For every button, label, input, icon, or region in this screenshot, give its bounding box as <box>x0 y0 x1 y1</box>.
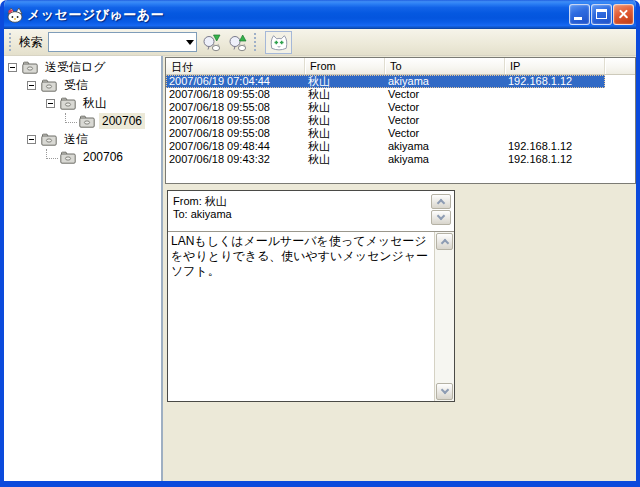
table-cell: akiyama <box>385 75 505 88</box>
message-list: 日付FromToIP 2007/06/19 07:04:44秋山akiyama1… <box>165 57 636 184</box>
main-content: 送受信ログ受信秋山200706送信200706 日付FromToIP 2007/… <box>4 56 636 481</box>
app-window: メッセージびゅーあー 検索 <box>0 0 640 487</box>
titlebar[interactable]: メッセージびゅーあー <box>0 0 640 29</box>
table-row[interactable]: 2007/06/18 09:48:44秋山akiyama192.168.1.12 <box>166 140 635 153</box>
tree-item-200706[interactable]: 200706 <box>4 148 161 166</box>
toolbar: 検索 <box>4 29 636 56</box>
table-cell: 秋山 <box>305 101 385 114</box>
table-row[interactable]: 2007/06/18 09:43:32秋山akiyama192.168.1.12 <box>166 153 635 166</box>
tree-item-受信[interactable]: 受信 <box>4 76 161 94</box>
message-text: LANもしくはメールサーバを使ってメッセージをやりとりできる、使いやすいメッセン… <box>168 232 434 401</box>
table-cell: 2007/06/18 09:55:08 <box>166 101 305 114</box>
table-cell: 192.168.1.12 <box>505 75 605 88</box>
scroll-down-button[interactable] <box>436 383 453 400</box>
close-button[interactable] <box>613 4 634 25</box>
table-cell: Vector <box>385 88 505 101</box>
search-input[interactable] <box>50 34 182 50</box>
detail-from: From: 秋山 <box>173 195 454 208</box>
tree-label[interactable]: 秋山 <box>80 94 110 113</box>
tree-item-秋山[interactable]: 秋山 <box>4 94 161 112</box>
table-cell: 秋山 <box>305 88 385 101</box>
cat-face-icon <box>268 33 290 51</box>
table-cell: Vector <box>385 114 505 127</box>
tree-label[interactable]: 200706 <box>99 113 145 129</box>
maximize-button[interactable] <box>591 4 612 25</box>
table-cell: Vector <box>385 101 505 114</box>
table-cell: 秋山 <box>305 114 385 127</box>
table-cell: 2007/06/18 09:48:44 <box>166 140 305 153</box>
collapse-minus-icon[interactable] <box>27 135 36 144</box>
table-cell <box>505 101 605 114</box>
search-previous-button[interactable] <box>226 31 249 54</box>
detail-header: From: 秋山 To: akiyama <box>168 191 454 231</box>
tree-item-送信[interactable]: 送信 <box>4 130 161 148</box>
table-cell: 秋山 <box>305 75 385 88</box>
combo-dropdown-arrow[interactable] <box>183 33 196 51</box>
header-scrollbar <box>431 194 451 226</box>
column-header-日付[interactable]: 日付 <box>166 58 305 74</box>
folder-icon <box>60 151 76 164</box>
table-cell: 2007/06/18 09:43:32 <box>166 153 305 166</box>
folder-icon <box>60 97 76 110</box>
table-row[interactable]: 2007/06/18 09:55:08秋山Vector <box>166 88 635 101</box>
tree-label[interactable]: 200706 <box>80 149 126 165</box>
column-header-filler <box>605 58 635 74</box>
detail-body: LANもしくはメールサーバを使ってメッセージをやりとりできる、使いやすいメッセン… <box>168 232 454 401</box>
tree-label[interactable]: 送受信ログ <box>42 58 109 77</box>
detail-to: To: akiyama <box>173 208 454 221</box>
minimize-icon <box>574 17 582 20</box>
folder-icon <box>22 61 38 74</box>
table-row[interactable]: 2007/06/18 09:55:08秋山Vector <box>166 127 635 140</box>
messenger-button[interactable] <box>265 31 292 54</box>
column-header-From[interactable]: From <box>305 58 385 74</box>
table-cell: Vector <box>385 127 505 140</box>
message-detail-panel: From: 秋山 To: akiyama LANもしくはメールサーバを使ってメッ… <box>167 190 455 402</box>
collapse-minus-icon[interactable] <box>8 63 17 72</box>
table-cell: akiyama <box>385 140 505 153</box>
table-cell: 2007/06/18 09:55:08 <box>166 114 305 127</box>
table-cell: 秋山 <box>305 140 385 153</box>
message-scrollbar[interactable] <box>434 232 454 401</box>
tree-label[interactable]: 受信 <box>61 76 91 95</box>
chevron-down-icon <box>440 386 448 394</box>
header-scroll-up-button[interactable] <box>431 194 451 209</box>
search-label: 検索 <box>19 34 43 51</box>
minimize-button[interactable] <box>569 4 590 25</box>
chevron-up-icon <box>437 198 445 206</box>
tree-item-200706[interactable]: 200706 <box>4 112 161 130</box>
right-pane: 日付FromToIP 2007/06/19 07:04:44秋山akiyama1… <box>163 56 636 481</box>
table-row[interactable]: 2007/06/18 09:55:08秋山Vector <box>166 114 635 127</box>
scroll-up-button[interactable] <box>436 233 453 250</box>
table-cell <box>505 127 605 140</box>
table-row[interactable]: 2007/06/18 09:55:08秋山Vector <box>166 101 635 114</box>
column-header-To[interactable]: To <box>385 58 505 74</box>
toolbar-gripper[interactable] <box>9 33 12 51</box>
tree-label[interactable]: 送信 <box>61 130 91 149</box>
chevron-up-icon <box>440 238 448 246</box>
folder-icon <box>41 133 57 146</box>
table-cell: akiyama <box>385 153 505 166</box>
table-cell <box>505 88 605 101</box>
header-scroll-down-button[interactable] <box>431 210 451 225</box>
toolbar-gripper[interactable] <box>254 33 257 51</box>
search-combobox[interactable] <box>48 32 197 52</box>
collapse-minus-icon[interactable] <box>27 81 36 90</box>
maximize-icon <box>596 9 607 19</box>
search-next-button[interactable] <box>200 31 223 54</box>
folder-icon <box>79 115 95 128</box>
tree-connector <box>65 113 77 123</box>
table-cell <box>505 114 605 127</box>
column-header-IP[interactable]: IP <box>505 58 605 74</box>
collapse-minus-icon[interactable] <box>46 99 55 108</box>
table-cell: 2007/06/19 07:04:44 <box>166 75 305 88</box>
folder-tree: 送受信ログ受信秋山200706送信200706 <box>4 56 163 481</box>
list-body: 2007/06/19 07:04:44秋山akiyama192.168.1.12… <box>166 75 635 166</box>
tree-item-送受信ログ[interactable]: 送受信ログ <box>4 58 161 76</box>
window-title: メッセージびゅーあー <box>27 6 164 24</box>
table-cell: 2007/06/18 09:55:08 <box>166 88 305 101</box>
table-cell: 192.168.1.12 <box>505 153 605 166</box>
list-header: 日付FromToIP <box>166 58 635 75</box>
table-row[interactable]: 2007/06/19 07:04:44秋山akiyama192.168.1.12 <box>166 75 605 88</box>
balloon-arrow-up-icon <box>228 33 247 52</box>
app-cat-icon <box>7 7 23 23</box>
